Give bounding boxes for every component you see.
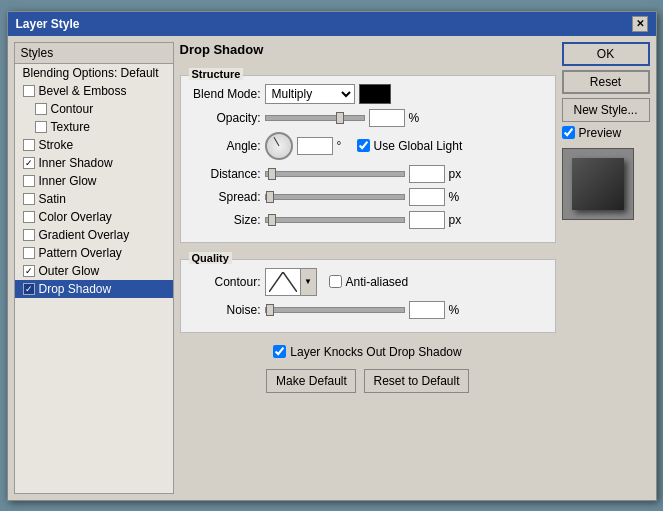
anti-alias-label: Anti-aliased — [329, 275, 409, 289]
sidebar-item-outer-glow[interactable]: Outer Glow — [15, 262, 173, 280]
knockout-row: Layer Knocks Out Drop Shadow — [180, 345, 556, 359]
contour-label: Contour — [51, 102, 94, 116]
spread-row: Spread: 0 % — [191, 188, 545, 206]
size-input[interactable]: 5 — [409, 211, 445, 229]
color-overlay-checkbox[interactable] — [23, 211, 35, 223]
opacity-unit: % — [409, 111, 425, 125]
pattern-overlay-checkbox[interactable] — [23, 247, 35, 259]
stroke-label: Stroke — [39, 138, 74, 152]
contour-row: Contour: ▼ Anti-aliased — [191, 268, 545, 296]
noise-input[interactable]: 0 — [409, 301, 445, 319]
reset-button[interactable]: Reset — [562, 70, 650, 94]
distance-unit: px — [449, 167, 465, 181]
blending-options-label: Blending Options: Default — [23, 66, 159, 80]
preview-check: Preview — [562, 126, 650, 140]
new-style-button[interactable]: New Style... — [562, 98, 650, 122]
spread-label: Spread: — [191, 190, 261, 204]
preview-label: Preview — [579, 126, 622, 140]
dialog-title: Layer Style — [16, 17, 80, 31]
color-overlay-label: Color Overlay — [39, 210, 112, 224]
sidebar-item-inner-glow[interactable]: Inner Glow — [15, 172, 173, 190]
shadow-color-box[interactable] — [359, 84, 391, 104]
left-panel: Styles Blending Options: Default Bevel &… — [14, 42, 174, 494]
opacity-slider[interactable] — [265, 115, 365, 121]
angle-input[interactable]: 30 — [297, 137, 333, 155]
angle-row: Angle: 30 ° Use Global Light — [191, 132, 545, 160]
contour-checkbox[interactable] — [35, 103, 47, 115]
blend-mode-select[interactable]: Multiply — [265, 84, 355, 104]
structure-section: Structure Blend Mode: Multiply Opacity: … — [180, 75, 556, 243]
title-bar: Layer Style ✕ — [8, 12, 656, 36]
blend-mode-label: Blend Mode: — [191, 87, 261, 101]
bevel-emboss-checkbox[interactable] — [23, 85, 35, 97]
make-default-button[interactable]: Make Default — [266, 369, 356, 393]
layer-style-dialog: Layer Style ✕ Styles Blending Options: D… — [7, 11, 657, 501]
angle-unit: ° — [337, 139, 353, 153]
center-panel: Drop Shadow Structure Blend Mode: Multip… — [180, 42, 556, 494]
sidebar-item-pattern-overlay[interactable]: Pattern Overlay — [15, 244, 173, 262]
dialog-body: Styles Blending Options: Default Bevel &… — [8, 36, 656, 500]
contour-preview[interactable] — [265, 268, 301, 296]
distance-label: Distance: — [191, 167, 261, 181]
spread-input[interactable]: 0 — [409, 188, 445, 206]
contour-dropdown-button[interactable]: ▼ — [301, 268, 317, 296]
sidebar-item-texture[interactable]: Texture — [15, 118, 173, 136]
spread-slider[interactable] — [265, 194, 405, 200]
sidebar-item-bevel-emboss[interactable]: Bevel & Emboss — [15, 82, 173, 100]
noise-slider[interactable] — [265, 307, 405, 313]
gradient-overlay-label: Gradient Overlay — [39, 228, 130, 242]
inner-shadow-label: Inner Shadow — [39, 156, 113, 170]
size-slider[interactable] — [265, 217, 405, 223]
right-panel: OK Reset New Style... Preview — [562, 42, 650, 494]
sidebar-item-satin[interactable]: Satin — [15, 190, 173, 208]
close-icon: ✕ — [636, 18, 644, 29]
reset-default-button[interactable]: Reset to Default — [364, 369, 468, 393]
distance-input[interactable]: 5 — [409, 165, 445, 183]
inner-glow-checkbox[interactable] — [23, 175, 35, 187]
sidebar-item-gradient-overlay[interactable]: Gradient Overlay — [15, 226, 173, 244]
opacity-input[interactable]: 75 — [369, 109, 405, 127]
distance-row: Distance: 5 px — [191, 165, 545, 183]
svg-rect-0 — [269, 272, 297, 292]
styles-header: Styles — [15, 43, 173, 64]
spread-unit: % — [449, 190, 465, 204]
inner-shadow-checkbox[interactable] — [23, 157, 35, 169]
noise-unit: % — [449, 303, 465, 317]
size-row: Size: 5 px — [191, 211, 545, 229]
stroke-checkbox[interactable] — [23, 139, 35, 151]
contour-label: Contour: — [191, 275, 261, 289]
size-label: Size: — [191, 213, 261, 227]
quality-section: Quality Contour: ▼ — [180, 259, 556, 333]
preview-inner — [572, 158, 624, 210]
satin-label: Satin — [39, 192, 66, 206]
satin-checkbox[interactable] — [23, 193, 35, 205]
close-button[interactable]: ✕ — [632, 16, 648, 32]
sidebar-item-blending-options[interactable]: Blending Options: Default — [15, 64, 173, 82]
structure-label: Structure — [189, 68, 244, 80]
size-unit: px — [449, 213, 465, 227]
sidebar-item-inner-shadow[interactable]: Inner Shadow — [15, 154, 173, 172]
main-section-title: Drop Shadow — [180, 42, 556, 57]
preview-checkbox[interactable] — [562, 126, 575, 139]
sidebar-item-color-overlay[interactable]: Color Overlay — [15, 208, 173, 226]
outer-glow-checkbox[interactable] — [23, 265, 35, 277]
angle-label: Angle: — [191, 139, 261, 153]
sidebar-item-drop-shadow[interactable]: Drop Shadow — [15, 280, 173, 298]
global-light-checkbox[interactable] — [357, 139, 370, 152]
ok-button[interactable]: OK — [562, 42, 650, 66]
distance-slider[interactable] — [265, 171, 405, 177]
pattern-overlay-label: Pattern Overlay — [39, 246, 122, 260]
blend-mode-row: Blend Mode: Multiply — [191, 84, 545, 104]
angle-dial[interactable] — [265, 132, 293, 160]
preview-box — [562, 148, 634, 220]
sidebar-item-contour[interactable]: Contour — [15, 100, 173, 118]
global-light-label: Use Global Light — [357, 139, 463, 153]
inner-glow-label: Inner Glow — [39, 174, 97, 188]
drop-shadow-checkbox[interactable] — [23, 283, 35, 295]
knockout-checkbox[interactable] — [273, 345, 286, 358]
texture-label: Texture — [51, 120, 90, 134]
gradient-overlay-checkbox[interactable] — [23, 229, 35, 241]
texture-checkbox[interactable] — [35, 121, 47, 133]
anti-alias-checkbox[interactable] — [329, 275, 342, 288]
sidebar-item-stroke[interactable]: Stroke — [15, 136, 173, 154]
